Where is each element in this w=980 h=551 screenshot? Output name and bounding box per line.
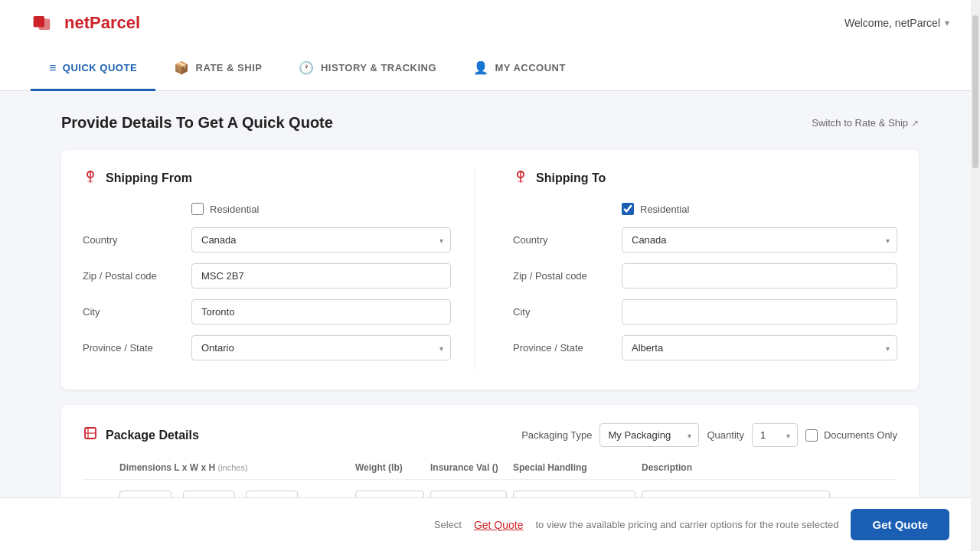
nav-item-history-tracking[interactable]: 🕐 HISTORY & TRACKING xyxy=(280,47,455,91)
quantity-label: Quantity xyxy=(707,429,743,441)
shipping-from-residential-row: Residential xyxy=(83,203,451,215)
shipping-to-zip-label: Zip / Postal code xyxy=(513,270,612,282)
logo-text: netParcel xyxy=(64,13,140,33)
shipping-from-province-wrapper: Ontario British Columbia Alberta Quebec … xyxy=(191,335,451,360)
external-link-icon: ↗ xyxy=(911,118,919,129)
shipping-to-country-wrapper: Canada United States ▾ xyxy=(622,227,897,253)
shipping-from-city-row: City xyxy=(83,299,451,324)
shipping-to-residential-checkbox[interactable] xyxy=(622,203,634,215)
packaging-type-label: Packaging Type xyxy=(521,429,592,441)
nav-label-quick-quote: QUICK QUOTE xyxy=(63,62,137,73)
shipping-to-province-row: Province / State Alberta Ontario British… xyxy=(513,335,897,360)
welcome-chevron-icon: ▾ xyxy=(945,18,949,28)
shipping-from-country-row: Country Canada United States ▾ xyxy=(83,227,451,253)
package-details-title: Package Details xyxy=(106,429,199,442)
shipping-from-residential-label[interactable]: Residential xyxy=(210,204,259,215)
shipping-from-country-wrapper: Canada United States ▾ xyxy=(191,227,451,253)
welcome-text: Welcome, netParcel xyxy=(844,17,940,29)
shipping-to-city-input[interactable] xyxy=(622,299,897,324)
footer-select-label: Select xyxy=(434,519,462,530)
shipping-from-province-label: Province / State xyxy=(83,342,182,354)
logo[interactable]: netParcel xyxy=(31,9,140,37)
shipping-to-residential-label[interactable]: Residential xyxy=(640,204,689,215)
svg-point-3 xyxy=(87,181,93,183)
packaging-type-wrapper: My Packaging FedEx Box UPS Box ▾ xyxy=(599,423,699,447)
shipping-from-province-select[interactable]: Ontario British Columbia Alberta Quebec xyxy=(191,335,451,360)
col-dimensions: Dimensions L x W x H (inches) xyxy=(119,462,349,473)
shipping-to-residential-row: Residential xyxy=(513,203,897,215)
shipping-from-column: Shipping From Residential Country Canada… xyxy=(83,168,475,371)
main-nav: ≡ QUICK QUOTE 📦 RATE & SHIP 🕐 HISTORY & … xyxy=(0,46,980,91)
welcome-dropdown[interactable]: Welcome, netParcel ▾ xyxy=(844,17,949,29)
history-icon: 🕐 xyxy=(299,60,315,75)
shipping-to-title: Shipping To xyxy=(536,171,606,185)
header: netParcel Welcome, netParcel ▾ xyxy=(0,0,980,46)
shipping-from-country-label: Country xyxy=(83,234,182,246)
documents-only-label[interactable]: Documents Only xyxy=(824,429,897,441)
nav-item-rate-ship[interactable]: 📦 RATE & SHIP xyxy=(155,47,280,91)
shipping-to-column: Shipping To Residential Country Canada U… xyxy=(505,168,897,371)
footer-get-quote-link[interactable]: Get Quote xyxy=(474,519,524,531)
packaging-type-select[interactable]: My Packaging FedEx Box UPS Box xyxy=(599,423,699,447)
quick-quote-icon: ≡ xyxy=(49,61,57,75)
shipping-from-city-input[interactable] xyxy=(191,299,451,324)
col-actions xyxy=(836,462,897,473)
documents-only-row: Documents Only xyxy=(805,429,897,442)
col-insurance: Insurance Val () xyxy=(430,462,507,473)
switch-link-text: Switch to Rate & Ship xyxy=(812,117,908,129)
shipping-to-country-label: Country xyxy=(513,234,612,246)
package-table-header: Dimensions L x W x H (inches) Weight (lb… xyxy=(83,462,897,480)
svg-point-5 xyxy=(518,181,524,183)
shipping-from-country-select[interactable]: Canada United States xyxy=(191,227,451,253)
rate-ship-icon: 📦 xyxy=(174,60,190,75)
shipping-to-country-select[interactable]: Canada United States xyxy=(622,227,897,253)
shipping-from-city-label: City xyxy=(83,306,182,318)
switch-to-rate-ship[interactable]: Switch to Rate & Ship ↗ xyxy=(812,117,919,129)
shipping-from-zip-input[interactable] xyxy=(191,263,451,289)
page-header: Provide Details To Get A Quick Quote Swi… xyxy=(61,114,919,132)
col-weight: Weight (lb) xyxy=(355,462,424,473)
documents-only-checkbox[interactable] xyxy=(805,429,818,442)
quantity-wrapper: 1 2 3 4 5 ▾ xyxy=(752,423,798,447)
scrollbar-thumb[interactable] xyxy=(972,15,978,168)
shipping-from-province-row: Province / State Ontario British Columbi… xyxy=(83,335,451,360)
shipping-to-country-row: Country Canada United States ▾ xyxy=(513,227,897,253)
package-details-title-row: Package Details xyxy=(83,425,199,445)
shipping-from-residential-checkbox[interactable] xyxy=(191,203,204,215)
shipping-from-title: Shipping From xyxy=(106,171,192,185)
shipping-columns: Shipping From Residential Country Canada… xyxy=(83,168,897,371)
shipping-section: Shipping From Residential Country Canada… xyxy=(61,150,919,390)
shipping-to-city-row: City xyxy=(513,299,897,324)
nav-item-my-account[interactable]: 👤 MY ACCOUNT xyxy=(455,47,584,91)
packaging-type-row: Packaging Type My Packaging FedEx Box UP… xyxy=(521,423,897,447)
scrollbar-track[interactable] xyxy=(971,0,980,551)
col-handling: Special Handling xyxy=(513,462,635,473)
main-content: Provide Details To Get A Quick Quote Swi… xyxy=(31,91,949,551)
shipping-to-zip-input[interactable] xyxy=(622,263,897,289)
footer-bar: Select Get Quote to view the available p… xyxy=(0,497,980,551)
logo-parcel: Parcel xyxy=(90,13,140,32)
nav-label-account: MY ACCOUNT xyxy=(495,62,566,73)
footer-description: to view the available pricing and carrie… xyxy=(535,519,838,530)
col-num xyxy=(83,462,113,473)
col-description: Description xyxy=(642,462,830,473)
svg-rect-1 xyxy=(39,19,50,30)
shipping-to-icon xyxy=(513,168,528,187)
logo-icon xyxy=(31,9,58,37)
shipping-to-province-select[interactable]: Alberta Ontario British Columbia Quebec xyxy=(622,335,897,360)
shipping-to-header: Shipping To xyxy=(513,168,897,187)
get-quote-button[interactable]: Get Quote xyxy=(851,509,949,540)
package-details-icon xyxy=(83,425,98,445)
quantity-select[interactable]: 1 2 3 4 5 xyxy=(752,423,798,447)
shipping-to-zip-row: Zip / Postal code xyxy=(513,263,897,289)
nav-item-quick-quote[interactable]: ≡ QUICK QUOTE xyxy=(31,47,155,91)
shipping-from-icon xyxy=(83,168,98,187)
account-icon: 👤 xyxy=(473,60,489,75)
shipping-to-province-wrapper: Alberta Ontario British Columbia Quebec … xyxy=(622,335,897,360)
nav-label-rate-ship: RATE & SHIP xyxy=(196,62,263,73)
shipping-from-zip-label: Zip / Postal code xyxy=(83,270,182,282)
package-details-header: Package Details Packaging Type My Packag… xyxy=(83,423,897,447)
shipping-from-zip-row: Zip / Postal code xyxy=(83,263,451,289)
nav-label-history: HISTORY & TRACKING xyxy=(321,62,436,73)
shipping-to-city-label: City xyxy=(513,306,612,318)
